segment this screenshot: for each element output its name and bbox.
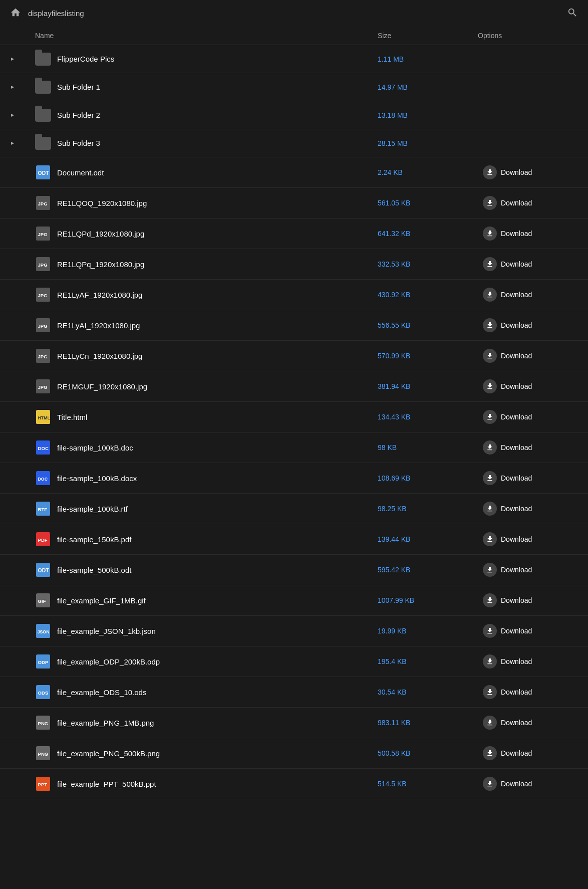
row-size-cell: 19.99 KB <box>378 627 478 635</box>
table-row: JPG RE1LyCn_1920x1080.jpg 570.99 KB Down… <box>0 341 588 371</box>
download-button[interactable]: Download <box>478 590 537 610</box>
download-label: Download <box>501 260 532 268</box>
expand-arrow[interactable] <box>10 83 15 91</box>
download-button[interactable]: Download <box>478 224 537 244</box>
download-button[interactable]: Download <box>478 376 537 396</box>
row-options-cell[interactable]: Download <box>478 774 578 794</box>
row-options-cell[interactable]: Download <box>478 285 578 305</box>
file-name: file-sample_100kB.doc <box>57 443 133 452</box>
svg-marker-2 <box>11 114 14 117</box>
row-options-cell[interactable]: Download <box>478 743 578 763</box>
row-options-cell[interactable]: Download <box>478 437 578 458</box>
file-type-icon: JPG <box>35 317 51 333</box>
download-label: Download <box>501 382 532 390</box>
download-label: Download <box>501 321 532 329</box>
row-options-cell[interactable]: Download <box>478 468 578 488</box>
row-options-cell[interactable]: Download <box>478 254 578 274</box>
file-name: file-sample_100kB.rtf <box>57 505 128 513</box>
row-options-cell[interactable]: Download <box>478 346 578 366</box>
row-options-cell[interactable]: Download <box>478 560 578 580</box>
download-label: Download <box>501 688 532 696</box>
row-options-cell[interactable]: Download <box>478 224 578 244</box>
download-button[interactable]: Download <box>478 468 537 488</box>
download-button[interactable]: Download <box>478 621 537 641</box>
row-options-cell[interactable]: Download <box>478 529 578 549</box>
file-name: file_example_ODS_10.ods <box>57 688 146 697</box>
table-row: ODT Document.odt 2.24 KB Download <box>0 157 588 188</box>
download-label: Download <box>501 230 532 238</box>
svg-text:HTML: HTML <box>38 415 51 420</box>
row-options-cell[interactable]: Download <box>478 407 578 427</box>
expand-arrow[interactable] <box>10 139 15 147</box>
home-icon[interactable] <box>10 7 21 20</box>
download-icon <box>483 410 497 424</box>
download-button[interactable]: Download <box>478 713 537 733</box>
row-options-cell[interactable]: Download <box>478 162 578 182</box>
row-size-cell: 98 KB <box>378 443 478 452</box>
download-button[interactable]: Download <box>478 743 537 763</box>
row-name-cell: PDF file-sample_150kB.pdf <box>35 531 378 547</box>
download-button[interactable]: Download <box>478 529 537 549</box>
row-options-cell[interactable]: Download <box>478 621 578 641</box>
download-label: Download <box>501 719 532 727</box>
row-size-cell: 108.69 KB <box>378 474 478 482</box>
file-type-icon <box>35 51 51 67</box>
download-icon <box>483 654 497 669</box>
table-row: JPG RE1LyAF_1920x1080.jpg 430.92 KB Down… <box>0 280 588 310</box>
svg-text:JPG: JPG <box>38 262 48 268</box>
file-type-icon: DOC <box>35 439 51 456</box>
download-icon <box>483 777 497 791</box>
row-options-cell[interactable]: Download <box>478 315 578 335</box>
search-icon[interactable] <box>567 7 578 20</box>
download-button[interactable]: Download <box>478 162 537 182</box>
table-row: GIF file_example_GIF_1MB.gif 1007.99 KB … <box>0 585 588 616</box>
download-label: Download <box>501 443 532 452</box>
file-name: file_example_PNG_500kB.png <box>57 749 160 758</box>
row-expand-cell[interactable] <box>10 139 35 147</box>
download-button[interactable]: Download <box>478 774 537 794</box>
download-button[interactable]: Download <box>478 193 537 213</box>
row-expand-cell[interactable] <box>10 55 35 63</box>
svg-text:JPG: JPG <box>38 232 48 237</box>
download-label: Download <box>501 596 532 604</box>
row-name-cell: DOC file-sample_100kB.doc <box>35 439 378 456</box>
svg-text:PNG: PNG <box>38 721 49 726</box>
table-row: PPT file_example_PPT_500kB.ppt 514.5 KB … <box>0 769 588 799</box>
download-button[interactable]: Download <box>478 407 537 427</box>
download-button[interactable]: Download <box>478 682 537 702</box>
download-icon <box>483 746 497 760</box>
row-options-cell[interactable]: Download <box>478 713 578 733</box>
row-options-cell[interactable]: Download <box>478 651 578 672</box>
file-type-icon: PPT <box>35 776 51 792</box>
row-expand-cell[interactable] <box>10 83 35 91</box>
download-button[interactable]: Download <box>478 499 537 519</box>
download-button[interactable]: Download <box>478 346 537 366</box>
download-label: Download <box>501 168 532 176</box>
row-options-cell[interactable]: Download <box>478 376 578 396</box>
download-button[interactable]: Download <box>478 651 537 672</box>
row-name-cell: RTF file-sample_100kB.rtf <box>35 501 378 517</box>
download-button[interactable]: Download <box>478 437 537 458</box>
svg-text:JPG: JPG <box>38 201 48 206</box>
row-options-cell[interactable]: Download <box>478 193 578 213</box>
table-row: PNG file_example_PNG_1MB.png 983.11 KB D… <box>0 708 588 738</box>
row-name-cell: JPG RE1LyAI_1920x1080.jpg <box>35 317 378 333</box>
download-icon <box>483 471 497 485</box>
row-size-cell: 514.5 KB <box>378 780 478 788</box>
download-button[interactable]: Download <box>478 285 537 305</box>
expand-arrow[interactable] <box>10 55 15 63</box>
file-name: file_example_PNG_1MB.png <box>57 719 154 727</box>
download-button[interactable]: Download <box>478 254 537 274</box>
download-button[interactable]: Download <box>478 315 537 335</box>
top-bar: displayfileslisting <box>0 0 588 27</box>
expand-arrow[interactable] <box>10 111 15 119</box>
row-options-cell[interactable]: Download <box>478 590 578 610</box>
row-name-cell: JPG RE1MGUF_1920x1080.jpg <box>35 378 378 394</box>
row-size-cell: 195.4 KB <box>378 657 478 665</box>
download-icon <box>483 288 497 302</box>
file-name: file-sample_500kB.odt <box>57 566 131 574</box>
row-options-cell[interactable]: Download <box>478 682 578 702</box>
row-expand-cell[interactable] <box>10 111 35 119</box>
download-button[interactable]: Download <box>478 560 537 580</box>
row-options-cell[interactable]: Download <box>478 499 578 519</box>
